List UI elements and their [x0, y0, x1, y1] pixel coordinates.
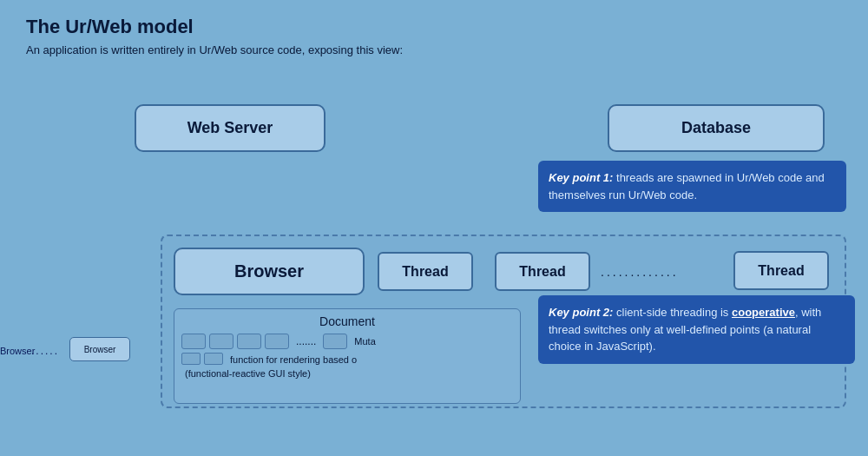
- thread-2-label: Thread: [519, 264, 565, 280]
- doc-line1: function for rendering based o: [227, 354, 357, 365]
- key-point-1-callout: Key point 1: threads are spawned in Ur/W…: [538, 161, 846, 212]
- doc-cell-small-1: [181, 353, 201, 365]
- thread-box-2: Thread: [495, 252, 590, 291]
- document-cells-row-1: ....... Muta: [181, 334, 513, 349]
- thread-1-label: Thread: [402, 264, 448, 280]
- thread-3-label: Thread: [758, 263, 804, 279]
- thread-box-1: Thread: [378, 252, 473, 291]
- doc-cell-small-2: [204, 353, 223, 365]
- database-label: Database: [681, 119, 751, 137]
- doc-cell-2: [209, 334, 233, 349]
- key-point-2-bold: cooperative: [732, 306, 795, 319]
- document-cells-row-2: function for rendering based o: [181, 353, 513, 365]
- document-area: Document ....... Muta function for rende…: [174, 308, 521, 404]
- document-label: Document: [181, 314, 513, 328]
- thread-box-3: Thread: [733, 251, 829, 290]
- key-point-2-callout: Key point 2: client-side threading is co…: [538, 295, 855, 364]
- key-point-2-em: Key point 2:: [549, 306, 613, 319]
- doc-line2: (functional-reactive GUI style): [181, 368, 513, 379]
- browser-left-label: Browser: [0, 346, 35, 356]
- browser-box: Browser: [174, 248, 365, 295]
- web-server-label: Web Server: [187, 119, 273, 137]
- thread-dots: .............: [601, 265, 679, 279]
- browser-label: Browser: [234, 261, 304, 281]
- diagram-area: Web Server Database Key point 1: threads…: [0, 61, 868, 456]
- doc-dots: .......: [296, 335, 316, 347]
- doc-cell-1: [181, 334, 206, 349]
- browser-left-dots: ......: [31, 345, 59, 357]
- doc-cell-5: [323, 334, 347, 349]
- page-title: The Ur/Web model: [0, 0, 868, 43]
- doc-cell-3: [237, 334, 261, 349]
- key-point-2-body1: client-side threading is: [613, 306, 732, 319]
- browser-left-box-label: Browser: [84, 345, 116, 354]
- database-box: Database: [608, 104, 825, 152]
- key-point-1-em: Key point 1:: [549, 171, 613, 184]
- doc-cell-4: [265, 334, 289, 349]
- web-server-box: Web Server: [135, 104, 326, 152]
- doc-muta-label: Muta: [354, 336, 375, 347]
- browser-left-box: Browser: [69, 337, 130, 361]
